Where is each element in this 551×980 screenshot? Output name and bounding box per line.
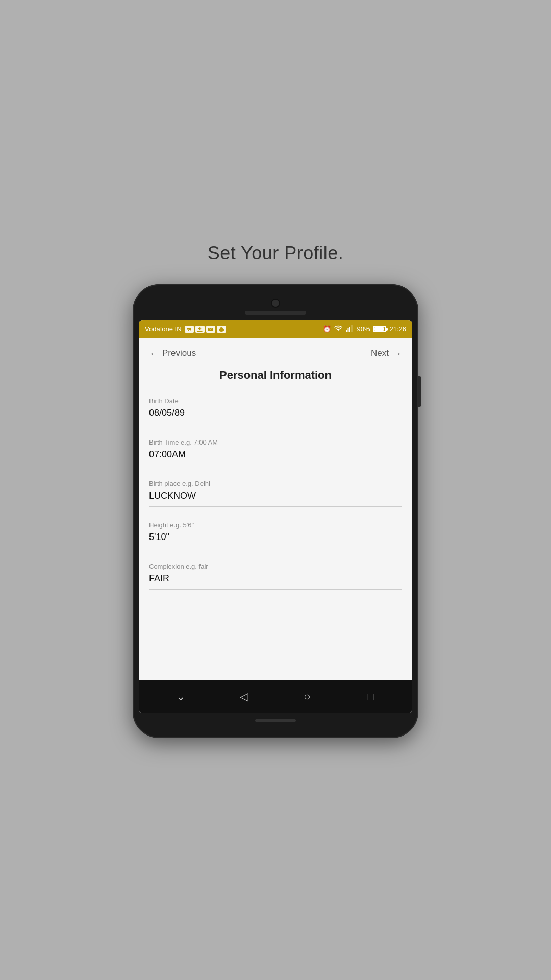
svg-rect-8	[346, 330, 347, 332]
mail-icon	[206, 326, 215, 333]
recents-button[interactable]: □	[358, 684, 383, 709]
alarm-icon: ⏰	[323, 325, 331, 333]
phone-shell: Vodafone IN ⏰	[133, 284, 418, 738]
home-button[interactable]: ○	[294, 684, 320, 709]
previous-label: Previous	[162, 348, 196, 358]
birth-place-field[interactable]: Birth place e.g. Delhi LUCKNOW	[149, 475, 402, 507]
birth-place-label: Birth place e.g. Delhi	[149, 480, 402, 487]
home-indicator	[255, 719, 296, 722]
time-label: 21:26	[389, 325, 406, 333]
complexion-value: FAIR	[149, 572, 402, 587]
home-icon: ○	[304, 690, 310, 703]
square-icon: □	[367, 690, 373, 703]
birth-place-value: LUCKNOW	[149, 489, 402, 504]
signal-icon	[345, 325, 354, 333]
height-label: Height e.g. 5'6"	[149, 521, 402, 529]
next-arrow-icon: →	[392, 348, 402, 359]
previous-button[interactable]: ← Previous	[149, 348, 196, 359]
page-title-label: Set Your Profile.	[208, 242, 344, 264]
phone-screen: Vodafone IN ⏰	[139, 320, 412, 713]
birth-time-value: 07:00AM	[149, 448, 402, 463]
next-button[interactable]: Next →	[371, 348, 402, 359]
svg-point-7	[338, 330, 339, 331]
svg-rect-9	[348, 328, 349, 332]
birth-date-label: Birth Date	[149, 397, 402, 405]
birth-date-value: 08/05/89	[149, 407, 402, 422]
chevron-down-button[interactable]: ⌄	[168, 684, 193, 709]
next-label: Next	[371, 348, 389, 358]
bottom-nav-bar: ⌄ ◁ ○ □	[139, 680, 412, 713]
section-title: Personal Information	[139, 366, 412, 392]
height-field[interactable]: Height e.g. 5'6" 5'10"	[149, 516, 402, 548]
status-bar: Vodafone IN ⏰	[139, 320, 412, 338]
complexion-label: Complexion e.g. fair	[149, 562, 402, 570]
carrier-label: Vodafone IN	[145, 325, 182, 333]
chevron-down-icon: ⌄	[176, 690, 185, 703]
svg-rect-11	[352, 325, 353, 332]
birth-time-field[interactable]: Birth Time e.g. 7:00 AM 07:00AM	[149, 433, 402, 465]
birth-time-label: Birth Time e.g. 7:00 AM	[149, 438, 402, 446]
svg-rect-10	[349, 327, 350, 332]
back-icon: ◁	[240, 690, 248, 703]
previous-arrow-icon: ←	[149, 348, 159, 359]
birth-date-field[interactable]: Birth Date 08/05/89	[149, 392, 402, 424]
gallery-icon	[185, 326, 194, 333]
height-value: 5'10"	[149, 531, 402, 546]
cloud-icon	[217, 326, 226, 333]
speaker	[245, 311, 306, 315]
svg-point-6	[220, 327, 223, 330]
camera-icon	[271, 299, 280, 308]
upload-icon	[195, 326, 205, 333]
complexion-field[interactable]: Complexion e.g. fair FAIR	[149, 557, 402, 590]
battery-percent: 90%	[357, 325, 370, 333]
back-button[interactable]: ◁	[231, 684, 257, 709]
wifi-icon	[334, 325, 342, 333]
